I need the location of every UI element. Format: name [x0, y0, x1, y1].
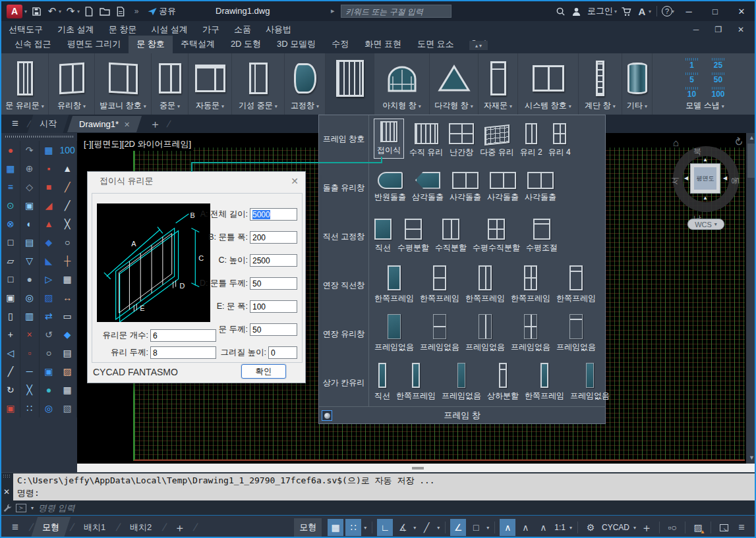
cad-tool-icon[interactable]: ◎: [40, 399, 59, 417]
cube-up-arrow-icon[interactable]: ▲: [703, 157, 708, 163]
settings-gear-icon[interactable]: ⚙: [583, 519, 598, 536]
drag-grip-icon[interactable]: [3, 475, 11, 478]
cad-tool-icon[interactable]: ▥: [20, 307, 40, 325]
cad-tool-icon[interactable]: ▤: [58, 344, 77, 362]
snap-dropdown-icon[interactable]: ▾: [363, 525, 367, 531]
cad-tool-icon[interactable]: ↺: [40, 325, 59, 344]
cad-tool-icon[interactable]: ◁: [1, 344, 20, 362]
redo-dropdown-icon[interactable]: ▾: [77, 9, 80, 14]
save-button[interactable]: [29, 4, 44, 18]
cad-tool-icon[interactable]: ◎: [20, 288, 40, 307]
scale-dropdown-icon[interactable]: ▾: [569, 525, 573, 531]
view-cube[interactable]: ⌂ ↻ 북 남 서 동 ▲ ▲ ◀ ◀ 평면도 WCS▾: [662, 134, 748, 232]
compass-east[interactable]: 동: [730, 177, 741, 185]
app-logo[interactable]: A: [7, 5, 22, 18]
frame-width-input[interactable]: 200: [250, 231, 297, 244]
cad-tool-icon[interactable]: ▭: [58, 307, 77, 325]
window-minimize-button[interactable]: ─: [676, 1, 702, 21]
autosnap-marker-icon[interactable]: ∧: [500, 519, 515, 536]
ribbon-item-arched-window[interactable]: 아치형 창▾: [374, 53, 430, 115]
ribbon-item-fixed-window[interactable]: 고정창▾: [285, 53, 326, 115]
cad-tool-icon[interactable]: ⊕: [20, 159, 40, 178]
cad-tool-icon[interactable]: ●: [40, 381, 59, 399]
flyout-item[interactable]: 수평수직분할: [473, 219, 520, 254]
ribbon-item-door-glass-door[interactable]: 문 유리문▾: [1, 53, 49, 115]
draw-height-input[interactable]: 0: [268, 346, 297, 359]
flyout-item[interactable]: 프레임없음: [465, 314, 505, 353]
door-count-input[interactable]: 6: [150, 329, 216, 342]
redo-button[interactable]: ↷: [63, 4, 78, 18]
snap-mode-icon[interactable]: ∷: [345, 519, 361, 536]
view-cube-face[interactable]: 평면도: [690, 163, 720, 194]
cube-down-arrow-icon[interactable]: ▲: [703, 195, 708, 201]
app-logo-dropdown-icon[interactable]: ▾: [24, 9, 27, 14]
cad-tool-icon[interactable]: ◐: [20, 215, 40, 233]
grid-display-icon[interactable]: ▦: [328, 519, 343, 536]
tab-layout1[interactable]: 배치1: [73, 517, 117, 538]
cad-tool-icon[interactable]: ╱: [1, 362, 20, 381]
share-label[interactable]: 공유: [159, 5, 176, 17]
cad-tool-icon[interactable]: ╳: [20, 381, 40, 399]
flyout-item[interactable]: 한쪽프레임: [465, 265, 505, 304]
annotation-scale-value[interactable]: 1:1: [553, 523, 567, 532]
flyout-item[interactable]: 유리 2: [520, 123, 542, 158]
ortho-mode-icon[interactable]: ∟: [377, 519, 393, 536]
cad-tool-icon[interactable]: ↷: [20, 141, 40, 159]
new-drawing-button[interactable]: [82, 4, 96, 18]
flyout-item[interactable]: 한쪽프레임: [511, 265, 550, 304]
cad-tool-icon[interactable]: ▣: [1, 288, 20, 307]
ok-button[interactable]: 확인: [241, 364, 286, 379]
doc-close-button[interactable]: ✕: [730, 22, 752, 38]
help-icon[interactable]: ?: [662, 6, 672, 16]
ribbon-tab[interactable]: 문 창호: [129, 36, 173, 53]
flyout-item[interactable]: 사각돌출: [487, 172, 519, 203]
cad-tool-icon[interactable]: ▦: [1, 159, 20, 178]
ribbon-item-etc[interactable]: 기타▾: [622, 53, 653, 115]
command-input-row[interactable]: ≻ ▾ 명령 입력: [13, 501, 756, 515]
login-dropdown-icon[interactable]: ▾: [614, 9, 617, 14]
toolbar-overflow-chevron-icon[interactable]: »: [129, 4, 144, 18]
isometric-drafting-icon[interactable]: ╱: [419, 519, 434, 536]
help-dropdown-icon[interactable]: ▾: [672, 9, 674, 14]
search-chevron-icon[interactable]: ▸: [331, 7, 335, 15]
doc-minimize-button[interactable]: ─: [685, 22, 707, 38]
close-tab-icon[interactable]: ✕: [124, 121, 130, 128]
flyout-item[interactable]: 삼각돌출: [412, 172, 444, 203]
ribbon-item-stair-window[interactable]: 계단 창▾: [579, 53, 622, 115]
cad-tool-icon[interactable]: 100: [58, 141, 77, 159]
flyout-item[interactable]: 한쪽프레임: [420, 265, 459, 304]
sheet-set-button[interactable]: [113, 4, 128, 18]
model-space-toggle[interactable]: 모형: [294, 518, 322, 537]
flyout-item[interactable]: 유리 4: [548, 123, 571, 158]
cad-tool-icon[interactable]: ▤: [20, 233, 40, 252]
ribbon-tab[interactable]: 신속 접근: [7, 36, 59, 53]
cad-tool-icon[interactable]: ▨: [58, 362, 77, 381]
command-dropdown-icon[interactable]: ▾: [30, 505, 34, 511]
cube-left-arrow-icon[interactable]: ◀: [684, 175, 688, 181]
ribbon-item-material-door[interactable]: 자재문▾: [479, 53, 518, 115]
ribbon-item-middle-door[interactable]: 중문▾: [152, 53, 189, 115]
cad-tool-icon[interactable]: ╳: [58, 215, 77, 233]
workspace-name[interactable]: CYCAD: [600, 523, 631, 532]
flyout-item[interactable]: 프레임없음: [420, 314, 459, 353]
polar-dropdown-icon[interactable]: ▾: [413, 525, 417, 531]
cad-tool-icon[interactable]: ▨: [40, 288, 59, 307]
open-drawing-button[interactable]: [98, 4, 112, 18]
ribbon-item-balcony-window[interactable]: 발코니 창호▾: [95, 53, 152, 115]
ribbon-tab[interactable]: 3D 모델링: [269, 36, 324, 53]
cad-tool-icon[interactable]: ╱: [58, 178, 77, 196]
ribbon-item-model-snap[interactable]: 1 5 10 25 50 100 모델 스냅▾: [653, 53, 756, 115]
workspace-dropdown-icon[interactable]: ▾: [633, 525, 637, 531]
flyout-item[interactable]: 수평분할: [397, 219, 429, 254]
horizontal-scrollbar[interactable]: [77, 464, 756, 472]
flyout-item[interactable]: 다중 유리: [480, 126, 513, 158]
flyout-item[interactable]: 한쪽프레임: [556, 265, 596, 304]
viewport-controls-label[interactable]: [-][평면도][2D 와이어프레임]: [82, 138, 193, 151]
graphics-performance-icon[interactable]: ▨▲: [690, 519, 706, 536]
undo-dropdown-icon[interactable]: ▾: [59, 9, 61, 14]
cad-tool-icon[interactable]: ↔: [58, 288, 77, 307]
flyout-item[interactable]: 사각돌출: [525, 172, 556, 203]
dialog-close-icon[interactable]: ✕: [291, 176, 299, 186]
tracking-cursor-icon[interactable]: ∧: [535, 519, 551, 536]
cad-tool-icon[interactable]: ▫: [20, 344, 40, 362]
